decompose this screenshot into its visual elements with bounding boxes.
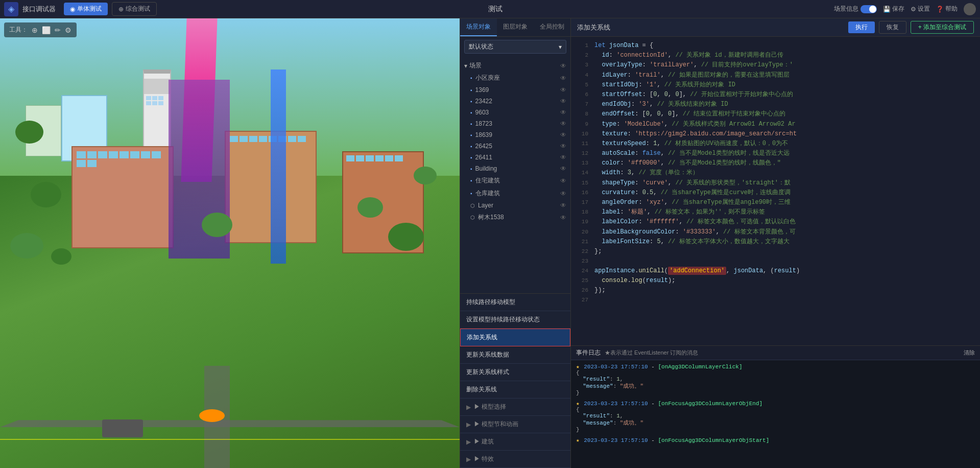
eye-icon[interactable]: 👁: [560, 120, 566, 127]
code-line: 12 autoScale: false, // 当不是Model类型的线时，线是…: [571, 149, 980, 158]
layer-icon: ⬡: [470, 215, 475, 220]
action-set-path-state[interactable]: 设置模型持续路径移动状态: [460, 311, 570, 329]
help-button[interactable]: ❓ 帮助: [936, 5, 958, 13]
tree-item[interactable]: ▪ 18723 👁: [460, 118, 570, 129]
center-label: 测试: [488, 5, 503, 14]
code-line: 11 textureSpeed: 1, // 材质贴图的UV动画速度，默认：0，…: [571, 139, 980, 149]
eye-icon[interactable]: 👁: [560, 131, 566, 138]
tab-layer-object[interactable]: 图层对象: [497, 18, 534, 36]
scene-section-header[interactable]: ▾ 场景 👁: [460, 60, 570, 72]
tree-item[interactable]: ▪ 26411 👁: [460, 152, 570, 163]
save-button[interactable]: 💾 保存: [883, 5, 904, 13]
code-line: 10 texture: 'https://gimg2.baidu.com/ima…: [571, 129, 980, 139]
eye-icon[interactable]: 👁: [560, 214, 566, 221]
tree-item[interactable]: ▪ 23422 👁: [460, 96, 570, 107]
event-log-header: 事件日志 ★表示通过 EventListener 订阅的消息 清除: [571, 346, 980, 360]
code-line: 22 };: [571, 247, 980, 256]
code-line: 16 curvature: 0.5, // 当shareType属性是curve…: [571, 188, 980, 198]
eye-icon[interactable]: 👁: [560, 62, 566, 69]
code-line: 7 endIdObj: '3', // 关系线结束的对象 ID: [571, 100, 980, 109]
tree-item[interactable]: ▪ 9603 👁: [460, 107, 570, 118]
chevron-right-icon: ▶: [466, 456, 471, 463]
tab-single-test-icon: ◉: [70, 6, 75, 13]
add-to-combined-button[interactable]: + 添加至综合测试: [911, 21, 974, 34]
action-update-data[interactable]: 更新关系线数据: [460, 346, 570, 364]
code-editor[interactable]: 1 let jsonData = { 2 id: 'connectionId',…: [571, 37, 980, 345]
settings-button[interactable]: ⚙ 设置: [911, 5, 930, 13]
chevron-right-icon: ▶: [466, 438, 471, 446]
event-log-note: ★表示通过 EventListener 订阅的消息: [605, 349, 698, 357]
code-line: 15 shapeType: 'curve', // 关系线的形状类型，'stra…: [571, 178, 980, 188]
action-add-connection[interactable]: 添加关系线: [460, 329, 570, 346]
tab-combined-test-label: 综合测试: [126, 5, 150, 13]
eye-icon[interactable]: 👁: [560, 86, 566, 93]
code-line: 8 endOffset: [0, 0, 0], // 结束位置相对于结束对象中心…: [571, 109, 980, 119]
tab-combined-test[interactable]: ⊕ 综合测试: [112, 2, 157, 16]
chevron-down-icon: ▾: [559, 43, 562, 51]
tree-item[interactable]: ▪ 小区庾座 👁: [460, 72, 570, 84]
tree-item[interactable]: ▪ 住宅建筑 👁: [460, 174, 570, 187]
app-logo: ◈: [4, 2, 18, 16]
code-title: 添加关系线: [577, 23, 844, 32]
eye-icon[interactable]: 👁: [560, 143, 566, 150]
clear-log-button[interactable]: 清除: [964, 349, 975, 357]
layer-icon: ⬡: [470, 203, 475, 208]
code-line: 5 startIdObj: '1', // 关系线开始的对象 ID: [571, 80, 980, 90]
user-avatar[interactable]: [964, 3, 976, 15]
draw-tool[interactable]: ✏: [55, 26, 61, 34]
action-delete-connection[interactable]: 删除关系线: [460, 381, 570, 399]
eye-icon[interactable]: 👁: [560, 202, 566, 209]
section-model-select[interactable]: ▶ ▶ 模型选择: [460, 399, 570, 416]
action-continue-path[interactable]: 持续路径移动模型: [460, 294, 570, 311]
collapse-icon: ▾: [464, 62, 467, 69]
eye-icon[interactable]: 👁: [560, 165, 566, 172]
tab-single-test[interactable]: ◉ 单体测试: [64, 3, 108, 15]
tree-item[interactable]: ▪ 26425 👁: [460, 141, 570, 152]
action-update-style[interactable]: 更新关系线样式: [460, 364, 570, 381]
tree-item[interactable]: ▪ 1369 👁: [460, 84, 570, 96]
tree-item-layer[interactable]: ⬡ Layer 👁: [460, 200, 570, 211]
tree-item[interactable]: ▪ 仓库建筑 👁: [460, 187, 570, 200]
eye-icon[interactable]: 👁: [560, 190, 566, 197]
tree-item[interactable]: ▪ 18639 👁: [460, 129, 570, 141]
tools-bar: 工具： ⊕ ⬜ ✏ ⚙: [4, 22, 77, 37]
save-label: 保存: [892, 5, 904, 13]
cube-icon: ▪: [470, 87, 472, 93]
eye-icon[interactable]: 👁: [560, 177, 566, 184]
cube-icon: ▪: [470, 75, 472, 81]
event-log-body[interactable]: ★ 2023-03-23 17:57:10 - [onAgg3DColumnLa…: [571, 360, 980, 468]
code-line: 26 });: [571, 286, 980, 295]
tab-global-control[interactable]: 全局控制: [534, 18, 570, 36]
event-entry: ★ 2023-03-23 17:57:10 - [onAgg3DColumnLa…: [576, 363, 975, 396]
tree-item-building[interactable]: ▪ Building 👁: [460, 163, 570, 174]
section-building[interactable]: ▶ ▶ 建筑: [460, 433, 570, 451]
event-log: 事件日志 ★表示通过 EventListener 订阅的消息 清除 ★ 2023…: [571, 345, 980, 468]
middle-panel: 场景对象 图层对象 全局控制 默认状态 ▾ ▾ 场景 👁: [460, 18, 571, 468]
cube-icon: ▪: [470, 155, 472, 160]
help-icon: ❓: [936, 6, 944, 13]
scene-info-switch[interactable]: [861, 5, 877, 13]
scene-info-toggle[interactable]: 场景信息: [834, 5, 877, 13]
section-model-anim[interactable]: ▶ ▶ 模型节和动画: [460, 416, 570, 433]
cursor-tool[interactable]: ⊕: [32, 26, 38, 34]
code-header: 添加关系线 执行 恢复 + 添加至综合测试: [571, 18, 980, 37]
eye-icon[interactable]: 👁: [560, 75, 566, 82]
eye-icon[interactable]: 👁: [560, 154, 566, 161]
eye-icon[interactable]: 👁: [560, 98, 566, 105]
code-line-24: 24 appInstance.uniCall('addConnection', …: [571, 266, 980, 276]
eye-icon[interactable]: 👁: [560, 109, 566, 116]
tree-item-tree[interactable]: ⬡ 树木1538 👁: [460, 211, 570, 224]
cube-icon: ▪: [470, 121, 472, 127]
run-button[interactable]: 执行: [848, 21, 875, 33]
help-label: 帮助: [945, 5, 958, 13]
state-dropdown[interactable]: 默认状态 ▾: [464, 40, 566, 54]
scene-tree: ▾ 场景 👁 ▪ 小区庾座 👁 ▪ 1369 👁 ▪ 23422: [460, 57, 570, 293]
tab-scene-object[interactable]: 场景对象: [460, 18, 497, 36]
settings-tool[interactable]: ⚙: [65, 26, 71, 34]
restore-button[interactable]: 恢复: [879, 21, 906, 34]
code-line: 17 angleOrder: 'xyz', // 当shareType属性是an…: [571, 198, 980, 207]
section-effects[interactable]: ▶ ▶ 特效: [460, 451, 570, 468]
tools-label: 工具：: [9, 26, 28, 34]
select-tool[interactable]: ⬜: [42, 26, 51, 34]
code-line: 18 label: '标题', // 标签文本，如果为''，则不显示标签: [571, 207, 980, 217]
